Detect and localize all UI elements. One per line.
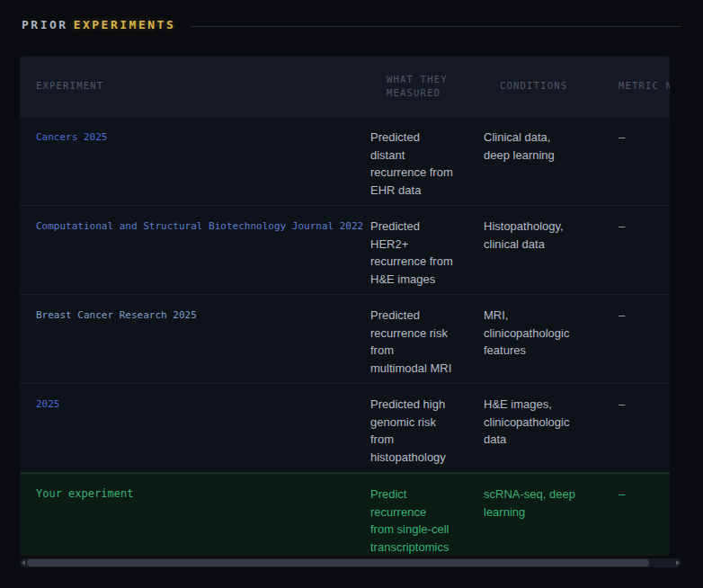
conditions-cell: scRNA-seq, deep learning	[484, 474, 602, 556]
metric-cell: –	[602, 206, 670, 294]
scrollbar-right-arrow-icon[interactable]	[676, 560, 680, 566]
experiment-link[interactable]: Breast Cancer Research 2025	[20, 295, 370, 383]
prior-experiments-table[interactable]: EXPERIMENT WHAT THEY MEASURED CONDITIONS…	[20, 56, 670, 556]
metric-cell: –	[602, 474, 670, 556]
column-header-what-they-measured: WHAT THEY MEASURED	[370, 73, 484, 100]
table-row: Breast Cancer Research 2025 Predicted re…	[20, 295, 670, 384]
measured-cell: Predicted distant recurrence from EHR da…	[370, 117, 484, 205]
title-divider-line	[191, 26, 681, 27]
experiment-link[interactable]: Cancers 2025	[20, 117, 370, 205]
table-row: Computational and Structural Biotechnolo…	[20, 206, 670, 295]
horizontal-scrollbar-track[interactable]	[20, 558, 681, 567]
conditions-cell: Histopathology, clinical data	[484, 206, 602, 294]
experiment-link[interactable]: 2025	[20, 384, 370, 472]
column-header-experiment: EXPERIMENT	[20, 79, 370, 93]
horizontal-scrollbar-thumb[interactable]	[27, 559, 649, 566]
measured-cell: Predict recurrence from single-cell tran…	[370, 474, 484, 556]
scrollbar-left-arrow-icon[interactable]	[22, 560, 25, 566]
metric-cell: –	[602, 384, 670, 472]
column-header-metric-name: METRIC NA	[602, 79, 670, 93]
page-title-prefix: PRIOR	[22, 18, 68, 31]
measured-cell: Predicted HER2+ recurrence from H&E imag…	[370, 206, 484, 294]
table-header-row: EXPERIMENT WHAT THEY MEASURED CONDITIONS…	[20, 56, 670, 117]
table-row: Cancers 2025 Predicted distant recurrenc…	[20, 117, 670, 206]
experiment-link[interactable]: Computational and Structural Biotechnolo…	[20, 206, 370, 294]
metric-cell: –	[602, 295, 670, 383]
conditions-cell: Clinical data, deep learning	[484, 117, 602, 205]
conditions-cell: MRI, clinicopathologic features	[484, 295, 602, 383]
table-row: 2025 Predicted high genomic risk from hi…	[20, 384, 670, 473]
measured-cell: Predicted high genomic risk from histopa…	[370, 384, 484, 472]
conditions-cell: H&E images, clinicopathologic data	[484, 384, 602, 472]
page-title-emphasis: EXPERIMENTS	[74, 18, 176, 31]
table-row-your-experiment: Your experiment Predict recurrence from …	[20, 473, 670, 556]
metric-cell: –	[602, 117, 670, 205]
measured-cell: Predicted recurrence risk from multimoda…	[370, 295, 484, 383]
column-header-conditions: CONDITIONS	[484, 79, 602, 93]
page-title: PRIOREXPERIMENTS	[22, 18, 175, 31]
your-experiment-label: Your experiment	[20, 474, 370, 556]
